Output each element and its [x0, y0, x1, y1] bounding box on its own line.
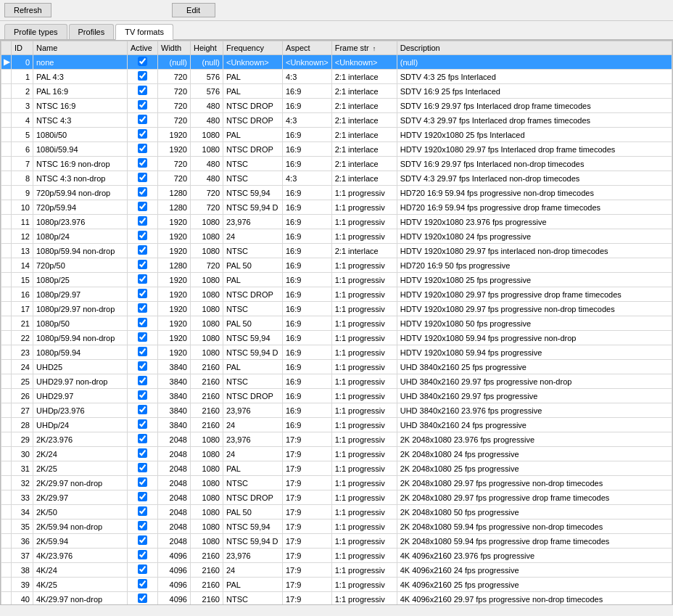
- cell-active[interactable]: [128, 447, 158, 461]
- table-row[interactable]: 332K/29.9720481080NTSC DROP17:91:1 progr…: [1, 490, 672, 505]
- table-row[interactable]: 374K/23.9764096216023,97617:91:1 progres…: [1, 549, 672, 563]
- active-checkbox[interactable]: [138, 535, 147, 545]
- cell-active[interactable]: [128, 403, 158, 418]
- col-framestr[interactable]: Frame str ↑: [331, 41, 397, 55]
- table-row[interactable]: 394K/2540962160PAL17:91:1 progressiv4K 4…: [1, 578, 672, 592]
- cell-active[interactable]: [128, 505, 158, 520]
- table-row[interactable]: 211080p/5019201080PAL 5016:91:1 progress…: [1, 316, 672, 331]
- active-checkbox[interactable]: [138, 245, 147, 255]
- col-height[interactable]: Height: [191, 41, 223, 55]
- table-row[interactable]: 342K/5020481080PAL 5017:91:1 progressiv2…: [1, 505, 672, 520]
- cell-active[interactable]: [128, 374, 158, 389]
- active-checkbox[interactable]: [138, 332, 147, 342]
- active-checkbox[interactable]: [138, 550, 147, 559]
- cell-active[interactable]: [128, 418, 158, 432]
- table-row[interactable]: 7NTSC 16:9 non-drop720480NTSC16:92:1 int…: [1, 157, 672, 171]
- table-row[interactable]: 362K/59.9420481080NTSC 59,94 D17:91:1 pr…: [1, 534, 672, 549]
- col-id[interactable]: ID: [12, 41, 33, 55]
- cell-active[interactable]: [128, 215, 158, 229]
- active-checkbox[interactable]: [138, 376, 147, 385]
- active-checkbox[interactable]: [138, 129, 147, 139]
- active-checkbox[interactable]: [138, 390, 147, 400]
- cell-active[interactable]: [128, 461, 158, 476]
- cell-active[interactable]: [128, 186, 158, 200]
- table-row[interactable]: 10720p/59.941280720NTSC 59,94 D16:91:1 p…: [1, 200, 672, 215]
- active-checkbox[interactable]: [138, 231, 147, 240]
- active-checkbox[interactable]: [138, 318, 147, 327]
- table-row[interactable]: 8NTSC 4:3 non-drop720480NTSC4:32:1 inter…: [1, 171, 672, 186]
- table-row[interactable]: 292K/23.9762048108023,97617:91:1 progres…: [1, 432, 672, 447]
- table-row[interactable]: 151080p/2519201080PAL16:91:1 progressivH…: [1, 273, 672, 287]
- table-row[interactable]: 171080p/29.97 non-drop19201080NTSC16:91:…: [1, 302, 672, 316]
- active-checkbox[interactable]: [138, 347, 147, 356]
- col-width[interactable]: Width: [158, 41, 191, 55]
- active-checkbox[interactable]: [138, 303, 147, 313]
- table-row[interactable]: 111080p/23.9761920108023,97616:91:1 prog…: [1, 215, 672, 229]
- cell-active[interactable]: [128, 360, 158, 374]
- cell-active[interactable]: [128, 128, 158, 142]
- tab-profiles[interactable]: Profiles: [69, 24, 115, 39]
- active-checkbox[interactable]: [138, 86, 147, 95]
- cell-active[interactable]: [128, 432, 158, 447]
- cell-active[interactable]: [128, 592, 158, 606]
- active-checkbox[interactable]: [138, 260, 147, 269]
- table-row[interactable]: 322K/29.97 non-drop20481080NTSC17:91:1 p…: [1, 476, 672, 490]
- active-checkbox[interactable]: [138, 492, 147, 501]
- table-row[interactable]: 302K/24204810802417:91:1 progressiv2K 20…: [1, 447, 672, 461]
- active-checkbox[interactable]: [138, 158, 147, 168]
- cell-active[interactable]: [128, 84, 158, 99]
- tab-profile-types[interactable]: Profile types: [4, 24, 67, 39]
- active-checkbox[interactable]: [138, 216, 147, 226]
- active-checkbox[interactable]: [138, 361, 147, 371]
- cell-active[interactable]: [128, 99, 158, 113]
- table-row[interactable]: 131080p/59.94 non-drop19201080NTSC16:92:…: [1, 244, 672, 258]
- table-row[interactable]: 14720p/501280720PAL 5016:91:1 progressiv…: [1, 258, 672, 273]
- cell-active[interactable]: [128, 578, 158, 592]
- table-row[interactable]: 384K/24409621602417:91:1 progressiv4K 40…: [1, 563, 672, 578]
- table-row[interactable]: 312K/2520481080PAL17:91:1 progressiv2K 2…: [1, 461, 672, 476]
- cell-active[interactable]: [128, 229, 158, 244]
- active-checkbox[interactable]: [138, 100, 147, 110]
- col-aspect[interactable]: Aspect: [283, 41, 332, 55]
- cell-active[interactable]: [128, 55, 158, 70]
- table-row[interactable]: ▶0none(null)(null)<Unknown><Unknown><Unk…: [1, 55, 672, 70]
- active-checkbox[interactable]: [138, 289, 147, 298]
- col-frequency[interactable]: Frequency: [223, 41, 283, 55]
- cell-active[interactable]: [128, 520, 158, 534]
- cell-active[interactable]: [128, 244, 158, 258]
- table-row[interactable]: 404K/29.97 non-drop40962160NTSC17:91:1 p…: [1, 592, 672, 606]
- cell-active[interactable]: [128, 200, 158, 215]
- active-checkbox[interactable]: [138, 419, 147, 429]
- table-row[interactable]: 28UHDp/24384021602416:91:1 progressivUHD…: [1, 418, 672, 432]
- table-row[interactable]: 9720p/59.94 non-drop1280720NTSC 59,9416:…: [1, 186, 672, 200]
- cell-active[interactable]: [128, 171, 158, 186]
- active-checkbox[interactable]: [138, 506, 147, 516]
- active-checkbox[interactable]: [138, 521, 147, 530]
- cell-active[interactable]: [128, 476, 158, 490]
- table-row[interactable]: 1PAL 4:3720576PAL4:32:1 interlaceSDTV 4:…: [1, 70, 672, 84]
- table-row[interactable]: 121080p/24192010802416:91:1 progressivHD…: [1, 229, 672, 244]
- table-row[interactable]: 161080p/29.9719201080NTSC DROP16:91:1 pr…: [1, 287, 672, 302]
- active-checkbox[interactable]: [138, 173, 147, 182]
- active-checkbox[interactable]: [138, 463, 147, 472]
- edit-button[interactable]: Edit: [172, 3, 215, 17]
- cell-active[interactable]: [128, 70, 158, 84]
- active-checkbox[interactable]: [138, 115, 147, 124]
- active-checkbox[interactable]: [138, 594, 147, 603]
- active-checkbox[interactable]: [138, 144, 147, 153]
- col-name[interactable]: Name: [33, 41, 128, 55]
- cell-active[interactable]: [128, 389, 158, 403]
- cell-active[interactable]: [128, 316, 158, 331]
- active-checkbox[interactable]: [138, 274, 147, 284]
- table-row[interactable]: 25UHD29.97 non-drop38402160NTSC16:91:1 p…: [1, 374, 672, 389]
- cell-active[interactable]: [128, 534, 158, 549]
- table-row[interactable]: 2PAL 16:9720576PAL16:92:1 interlaceSDTV …: [1, 84, 672, 99]
- table-row[interactable]: 4NTSC 4:3720480NTSC DROP4:32:1 interlace…: [1, 113, 672, 128]
- active-checkbox[interactable]: [138, 579, 147, 588]
- col-active[interactable]: Active: [128, 41, 158, 55]
- cell-active[interactable]: [128, 549, 158, 563]
- table-row[interactable]: 24UHD2538402160PAL16:91:1 progressivUHD …: [1, 360, 672, 374]
- cell-active[interactable]: [128, 331, 158, 345]
- table-row[interactable]: 61080i/59.9419201080NTSC DROP16:92:1 int…: [1, 142, 672, 157]
- table-row[interactable]: 231080p/59.9419201080NTSC 59,94 D16:91:1…: [1, 345, 672, 360]
